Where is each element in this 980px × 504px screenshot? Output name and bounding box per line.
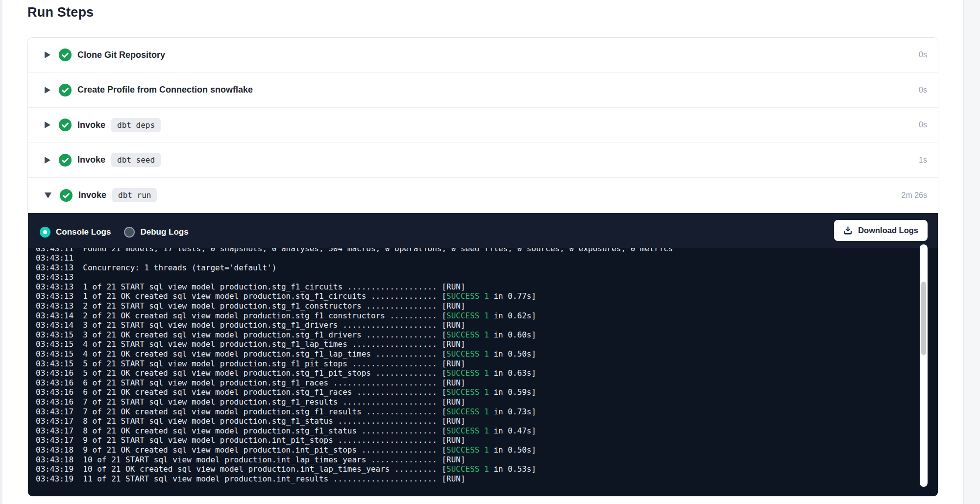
download-icon [843,226,853,235]
log-line: 03:43:16 7 of 21 START sql view model pr… [36,397,938,407]
step-label: Clone Git Repository [77,50,165,60]
log-line: 03:43:13 Concurrency: 1 threads (target=… [36,263,938,273]
run-steps-card: Clone Git Repository0sCreate Profile fro… [27,37,938,497]
log-line: 03:43:14 3 of 21 START sql view model pr… [36,320,938,330]
step-label: Create Profile from Connection snowflake [77,85,253,95]
right-gutter [963,0,980,504]
log-line: 03:43:18 9 of 21 OK created sql view mod… [36,445,938,455]
success-check-icon [59,119,72,131]
log-scrollbar-thumb[interactable] [921,282,926,355]
step-command-badge: dbt deps [111,118,161,132]
log-line: 03:43:16 6 of 21 START sql view model pr… [36,378,938,388]
left-gutter [0,0,2,504]
run-steps-page: Run Steps Clone Git Repository0sCreate P… [0,0,980,504]
success-check-icon [60,189,73,202]
log-line: 03:43:16 5 of 21 OK created sql view mod… [36,368,938,378]
success-check-icon [59,84,72,96]
chevron-down-icon[interactable] [45,192,51,198]
radio-label: Console Logs [56,227,111,237]
radio-unselected-icon[interactable] [124,227,135,238]
log-line: 03:43:17 8 of 21 START sql view model pr… [36,416,938,426]
log-line: 03:43:15 4 of 21 OK created sql view mod… [36,349,938,359]
chevron-right-icon[interactable] [45,87,50,94]
console-header: Console LogsDebug Logs Download Logs [28,213,938,248]
page-title: Run Steps [27,5,94,20]
step-duration: 1s [919,156,927,165]
radio-console-logs[interactable]: Console Logs [40,227,111,238]
step-list: Clone Git Repository0sCreate Profile fro… [28,38,938,213]
chevron-right-icon[interactable] [45,51,50,58]
step-row[interactable]: Invokedbt seed1s [28,143,938,178]
radio-selected-icon[interactable] [40,227,50,238]
radio-label: Debug Logs [140,227,188,237]
step-label: Invoke [77,120,105,130]
log-line: 03:43:15 3 of 21 OK created sql view mod… [36,330,938,340]
log-line: 03:43:19 11 of 21 START sql view model p… [36,474,938,484]
step-duration: 0s [919,86,927,95]
step-duration: 0s [919,50,927,59]
log-type-radios: Console LogsDebug Logs [40,227,189,238]
log-line: 03:43:17 7 of 21 OK created sql view mod… [36,407,938,417]
log-line: 03:43:17 8 of 21 OK created sql view mod… [36,426,938,436]
log-content: 03:43:11 Found 21 models, 17 tests, 0 sn… [36,248,938,484]
log-line: 03:43:11 [36,253,938,263]
chevron-right-icon[interactable] [45,157,50,164]
success-check-icon [59,48,72,61]
log-line: 03:43:17 9 of 21 START sql view model pr… [36,435,938,445]
log-line: 03:43:14 2 of 21 OK created sql view mod… [36,311,938,321]
download-logs-button[interactable]: Download Logs [834,220,928,241]
log-line: 03:43:16 6 of 21 OK created sql view mod… [36,387,938,397]
step-row[interactable]: Invokedbt deps0s [28,108,938,143]
radio-debug-logs[interactable]: Debug Logs [124,227,188,238]
log-line: 03:43:15 5 of 21 START sql view model pr… [36,359,938,369]
log-line: 03:43:13 2 of 21 START sql view model pr… [36,301,938,311]
step-row[interactable]: Create Profile from Connection snowflake… [28,73,938,108]
download-logs-label: Download Logs [858,226,918,235]
step-row[interactable]: Clone Git Repository0s [28,38,938,73]
log-line: 03:43:11 Found 21 models, 17 tests, 0 sn… [36,248,938,254]
console-log-area[interactable]: 03:43:11 Found 21 models, 17 tests, 0 sn… [28,248,938,497]
log-scrollbar-track[interactable] [920,244,928,487]
step-duration: 0s [919,120,927,129]
log-line: 03:43:19 10 of 21 OK created sql view mo… [36,464,938,474]
console-panel: Console LogsDebug Logs Download Logs 03:… [28,213,938,497]
success-check-icon [59,154,72,167]
log-line: 03:43:18 10 of 21 START sql view model p… [36,455,938,465]
step-command-badge: dbt run [112,188,157,202]
log-line: 03:43:13 1 of 21 OK created sql view mod… [36,291,938,301]
log-line: 03:43:15 4 of 21 START sql view model pr… [36,339,938,349]
step-label: Invoke [77,155,105,165]
chevron-right-icon[interactable] [45,121,50,128]
log-line: 03:43:13 [36,272,938,282]
log-line: 03:43:13 1 of 21 START sql view model pr… [36,282,938,292]
step-row[interactable]: Invokedbt run2m 26s [28,178,938,213]
step-command-badge: dbt seed [111,153,161,167]
step-label: Invoke [78,190,106,200]
step-duration: 2m 26s [902,191,927,200]
